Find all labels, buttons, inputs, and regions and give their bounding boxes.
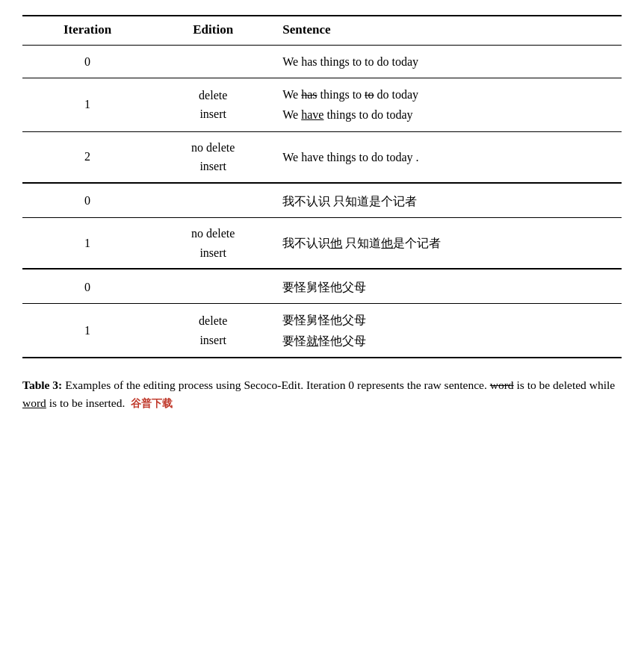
main-table: Iteration Edition Sentence 0 We has thin… [22, 15, 622, 358]
watermark-label: 谷普下载 [131, 395, 173, 411]
caption-under-word: word [22, 396, 46, 409]
caption-end: is to be inserted. [46, 396, 125, 409]
sentence-line: 要怪舅怪他父母 [282, 314, 366, 326]
strikethrough-text: to [365, 88, 374, 101]
sentence-cell: We has things to to do today [273, 46, 622, 78]
iteration-cell: 0 [22, 269, 152, 304]
edition-cell [152, 269, 273, 304]
col-header-edition: Edition [152, 16, 273, 46]
underline-text: 就 [306, 334, 318, 347]
underline-text: have [301, 108, 323, 121]
caption-text: Examples of the editing process using Se… [62, 379, 489, 391]
caption-strike-word: word [490, 379, 514, 391]
edition-cell: no deleteinsert [152, 217, 273, 269]
col-header-sentence: Sentence [273, 16, 622, 46]
sentence-cell: We have things to do today . [273, 131, 622, 183]
sentence-cell: We has things to to do today We have thi… [273, 78, 622, 131]
edition-cell: deleteinsert [152, 78, 273, 131]
table-row: 0 要怪舅怪他父母 [22, 269, 622, 304]
table-row: 1 no deleteinsert 我不认识他 只知道他是个记者 [22, 217, 622, 269]
edition-cell [152, 183, 273, 218]
edition-cell: no deleteinsert [152, 131, 273, 183]
edition-cell: deleteinsert [152, 304, 273, 358]
table-row: 1 deleteinsert 要怪舅怪他父母 要怪就怪他父母 [22, 304, 622, 358]
sentence-cell: 要怪舅怪他父母 要怪就怪他父母 [273, 304, 622, 358]
iteration-cell: 0 [22, 183, 152, 218]
col-header-iteration: Iteration [22, 16, 152, 46]
iteration-cell: 1 [22, 78, 152, 131]
table-container: Iteration Edition Sentence 0 We has thin… [22, 15, 622, 358]
table-row: 0 我不认识 只知道是个记者 [22, 183, 622, 218]
sentence-cell: 我不认识他 只知道他是个记者 [273, 217, 622, 269]
caption-middle: is to be deleted while [514, 379, 616, 391]
underline-text: 他 [381, 237, 393, 249]
iteration-cell: 2 [22, 131, 152, 183]
edition-cell [152, 46, 273, 78]
sentence-cell: 我不认识 只知道是个记者 [273, 183, 622, 218]
sentence-line: We has things to to do today [282, 88, 418, 101]
iteration-cell: 1 [22, 217, 152, 269]
table-row: 1 deleteinsert We has things to to do to… [22, 78, 622, 131]
iteration-cell: 1 [22, 304, 152, 358]
sentence-line: 要怪就怪他父母 [282, 334, 366, 347]
sentence-line: We have things to do today [282, 108, 412, 121]
sentence-cell: 要怪舅怪他父母 [273, 269, 622, 304]
caption-label: Table 3: [22, 379, 62, 391]
table-caption: Table 3: Examples of the editing process… [22, 376, 622, 414]
iteration-cell: 0 [22, 46, 152, 78]
strikethrough-text: has [301, 88, 317, 101]
table-row: 0 We has things to to do today [22, 46, 622, 78]
underline-text: 他 [330, 237, 342, 249]
table-row: 2 no deleteinsert We have things to do t… [22, 131, 622, 183]
